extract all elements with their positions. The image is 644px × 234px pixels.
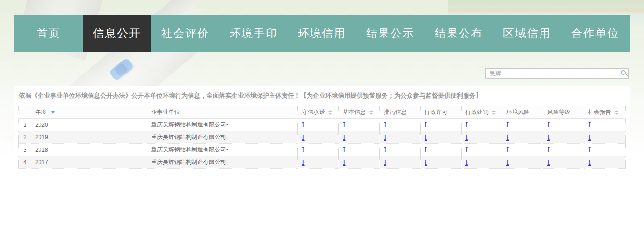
report-link-排污信息[interactable]: I bbox=[384, 121, 386, 129]
link-cell-行政处罚: I bbox=[462, 131, 502, 144]
column-header-行政许可: 行政许可 bbox=[421, 106, 462, 119]
column-label: 风险等级 bbox=[547, 109, 570, 115]
report-link-基本信息[interactable]: I bbox=[343, 134, 346, 141]
column-header-rownum bbox=[19, 106, 31, 119]
report-link-行政处罚[interactable]: I bbox=[465, 159, 468, 166]
report-link-行政许可[interactable]: I bbox=[425, 134, 427, 141]
main-nav: 首页信息公开社会评价环境手印环境信用结果公示结果公布区域信用合作单位 bbox=[14, 15, 630, 52]
row-number: 3 bbox=[19, 144, 31, 156]
report-link-风险等级[interactable]: I bbox=[547, 121, 550, 129]
report-link-排污信息[interactable]: I bbox=[384, 159, 386, 166]
sort-toggle-icon[interactable] bbox=[369, 110, 373, 115]
nav-tab-3[interactable]: 社会评价 bbox=[151, 15, 219, 52]
column-label: 环境风险 bbox=[506, 109, 529, 115]
year-cell: 2019 bbox=[31, 131, 147, 144]
nav-tab-6[interactable]: 结果公示 bbox=[356, 15, 425, 52]
column-label: 社会报告 bbox=[588, 109, 611, 115]
sort-toggle-icon[interactable] bbox=[492, 110, 496, 115]
report-link-社会报告[interactable]: I bbox=[588, 134, 591, 141]
link-cell-排污信息: I bbox=[380, 131, 421, 144]
search-box bbox=[485, 68, 629, 79]
column-label: 守信承诺 bbox=[302, 109, 325, 115]
link-cell-基本信息: I bbox=[339, 144, 380, 156]
column-label: 企事业单位 bbox=[151, 109, 180, 115]
report-link-基本信息[interactable]: I bbox=[343, 146, 346, 154]
report-link-行政许可[interactable]: I bbox=[425, 121, 427, 129]
report-link-环境风险[interactable]: I bbox=[506, 159, 509, 166]
link-cell-社会报告: I bbox=[584, 119, 626, 131]
table-row: 42017重庆昊辉钢结构制造有限公司-IIIIIIII bbox=[19, 156, 626, 169]
year-cell: 2020 bbox=[31, 119, 147, 131]
table-header-row: 年度企事业单位守信承诺基本信息排污信息行政许可行政处罚环境风险风险等级社会报告 bbox=[19, 106, 626, 119]
report-link-守信承诺[interactable]: I bbox=[302, 146, 305, 154]
search-icon[interactable] bbox=[621, 70, 626, 75]
sort-toggle-icon[interactable] bbox=[328, 110, 332, 115]
link-cell-守信承诺: I bbox=[298, 156, 339, 169]
report-link-排污信息[interactable]: I bbox=[384, 134, 386, 141]
report-link-风险等级[interactable]: I bbox=[547, 146, 550, 154]
report-link-社会报告[interactable]: I bbox=[588, 159, 591, 166]
link-cell-行政许可: I bbox=[421, 144, 462, 156]
sort-toggle-icon[interactable] bbox=[615, 110, 618, 115]
year-cell: 2018 bbox=[31, 144, 147, 156]
report-link-行政处罚[interactable]: I bbox=[465, 146, 468, 154]
table-row: 22019重庆昊辉钢结构制造有限公司-IIIIIIII bbox=[19, 131, 626, 144]
report-link-风险等级[interactable]: I bbox=[547, 134, 550, 141]
link-cell-排污信息: I bbox=[380, 144, 421, 156]
nav-tab-2[interactable]: 信息公开 bbox=[83, 15, 151, 52]
report-link-基本信息[interactable]: I bbox=[343, 121, 346, 129]
year-cell: 2017 bbox=[31, 156, 147, 169]
link-cell-环境风险: I bbox=[502, 131, 543, 144]
link-cell-行政许可: I bbox=[421, 131, 462, 144]
column-header-行政处罚[interactable]: 行政处罚 bbox=[462, 106, 502, 119]
link-cell-环境风险: I bbox=[502, 144, 543, 156]
link-cell-基本信息: I bbox=[339, 119, 380, 131]
report-link-社会报告[interactable]: I bbox=[588, 146, 591, 154]
link-cell-环境风险: I bbox=[502, 156, 543, 169]
row-number: 2 bbox=[19, 131, 31, 144]
column-header-环境风险: 环境风险 bbox=[502, 106, 543, 119]
company-cell: 重庆昊辉钢结构制造有限公司- bbox=[147, 119, 298, 131]
nav-tab-4[interactable]: 环境手印 bbox=[219, 15, 288, 52]
link-cell-守信承诺: I bbox=[298, 144, 339, 156]
column-header-年度[interactable]: 年度 bbox=[31, 106, 147, 119]
column-header-守信承诺[interactable]: 守信承诺 bbox=[298, 106, 339, 119]
nav-tab-5[interactable]: 环境信用 bbox=[288, 15, 356, 52]
report-link-环境风险[interactable]: I bbox=[506, 134, 509, 141]
nav-tab-1[interactable]: 首页 bbox=[14, 15, 83, 52]
report-link-行政处罚[interactable]: I bbox=[465, 121, 468, 129]
table-row: 32018重庆昊辉钢结构制造有限公司-IIIIIIII bbox=[19, 144, 626, 156]
report-link-守信承诺[interactable]: I bbox=[302, 159, 305, 166]
company-cell: 重庆昊辉钢结构制造有限公司- bbox=[147, 156, 298, 169]
row-number: 1 bbox=[19, 119, 31, 131]
search-input[interactable] bbox=[485, 68, 629, 79]
link-cell-社会报告: I bbox=[584, 144, 626, 156]
report-link-社会报告[interactable]: I bbox=[588, 121, 591, 129]
link-cell-环境风险: I bbox=[502, 119, 543, 131]
report-link-守信承诺[interactable]: I bbox=[302, 134, 305, 141]
report-link-环境风险[interactable]: I bbox=[506, 121, 509, 129]
company-cell: 重庆昊辉钢结构制造有限公司- bbox=[147, 144, 298, 156]
column-header-社会报告[interactable]: 社会报告 bbox=[584, 106, 626, 119]
nav-tab-9[interactable]: 合作单位 bbox=[561, 15, 630, 52]
link-cell-行政许可: I bbox=[421, 119, 462, 131]
column-header-基本信息[interactable]: 基本信息 bbox=[339, 106, 380, 119]
report-link-基本信息[interactable]: I bbox=[343, 159, 346, 166]
link-cell-守信承诺: I bbox=[298, 131, 339, 144]
link-cell-风险等级: I bbox=[543, 119, 584, 131]
notice-text: 依据《企业事业单位环境信息公开办法》公开本单位环境行为信息，全面落实企业环境保护… bbox=[14, 86, 630, 103]
report-link-行政许可[interactable]: I bbox=[425, 146, 427, 154]
nav-tab-7[interactable]: 结果公布 bbox=[425, 15, 493, 52]
report-link-风险等级[interactable]: I bbox=[547, 159, 550, 166]
report-link-行政处罚[interactable]: I bbox=[465, 134, 468, 141]
content-panel: 依据《企业事业单位环境信息公开办法》公开本单位环境行为信息，全面落实企业环境保护… bbox=[14, 86, 630, 234]
report-link-环境风险[interactable]: I bbox=[506, 146, 509, 154]
sort-descending-icon[interactable] bbox=[51, 111, 55, 114]
nav-tab-8[interactable]: 区域信用 bbox=[493, 15, 561, 52]
report-link-守信承诺[interactable]: I bbox=[302, 121, 305, 129]
link-cell-风险等级: I bbox=[543, 131, 584, 144]
report-link-行政许可[interactable]: I bbox=[425, 159, 427, 166]
table-row: 12020重庆昊辉钢结构制造有限公司-IIIIIIII bbox=[19, 119, 626, 131]
report-link-排污信息[interactable]: I bbox=[384, 146, 386, 154]
link-cell-基本信息: I bbox=[339, 156, 380, 169]
